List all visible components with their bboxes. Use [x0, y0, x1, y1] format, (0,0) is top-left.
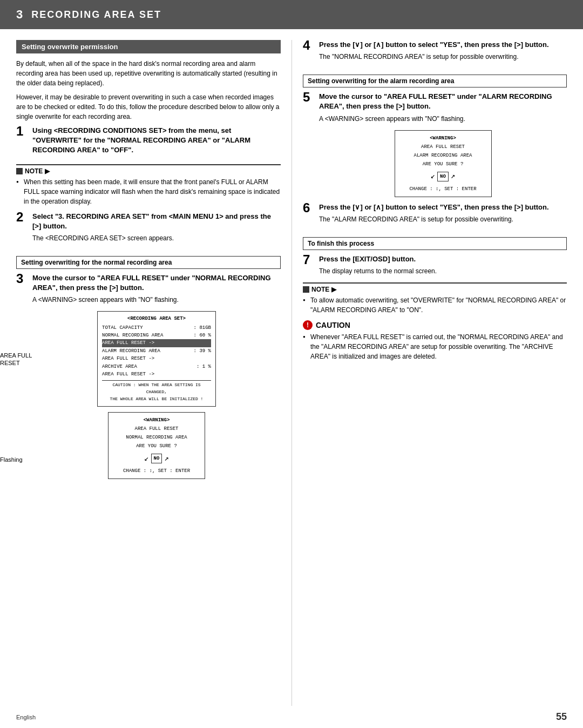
- warning-title: <WARNING>: [113, 416, 200, 424]
- step-7-body: The display returns to the normal screen…: [319, 266, 567, 276]
- note-square-icon: [16, 168, 23, 174]
- step-1-content: Using <RECORDING CONDITIONS SET> from th…: [32, 126, 281, 158]
- screen-title: <RECORDING AREA SET>: [102, 315, 211, 322]
- warning-normal-figure: Flashing <WARNING> AREA FULL RESET NORMA…: [32, 412, 281, 479]
- step-4-body: The "NORMAL RECORDING AREA" is setup for…: [319, 52, 567, 62]
- step-6: 6 Press the [∨] or [∧] button to select …: [303, 203, 567, 224]
- step-5-title: Move the cursor to "AREA FULL RESET" und…: [319, 92, 567, 111]
- recording-area-set-screen: <RECORDING AREA SET> TOTAL CAPACITY : 81…: [97, 311, 216, 407]
- step-6-number: 6: [303, 201, 319, 214]
- step-5-body: A <WARNING> screen appears with "NO" fla…: [319, 114, 567, 124]
- caution-label: ! CAUTION: [303, 320, 567, 330]
- screen-row-area-full-reset-archive: AREA FULL RESET ->: [102, 370, 211, 378]
- intro-para-2: However, it may be desirable to prevent …: [16, 92, 281, 122]
- step-1-number: 1: [16, 125, 32, 138]
- normal-label: NORMAL RECORDING AREA: [102, 332, 163, 339]
- flashing-label: Flashing: [0, 456, 23, 463]
- chapter-number: 3: [16, 8, 23, 22]
- note-2-arrow-icon: ▶: [331, 286, 336, 293]
- warning-normal-screen: <WARNING> AREA FULL RESET NORMAL RECORDI…: [108, 412, 205, 479]
- step-1-title: Using <RECORDING CONDITIONS SET> from th…: [32, 126, 281, 156]
- step-7-title: Press the [EXIT/OSD] button.: [319, 254, 567, 264]
- screen-row-area-full-reset-normal: AREA FULL RESET ->: [102, 339, 211, 347]
- footer-page-number: 55: [556, 711, 567, 723]
- warning-alarm-line2: ALARM RECORDING AREA: [399, 151, 487, 160]
- step-4-content: Press the [∨] or [∧] button to select "Y…: [319, 40, 567, 62]
- step-2-body: The <RECORDING AREA SET> screen appears.: [32, 233, 281, 243]
- caution-circle-icon: !: [303, 320, 313, 330]
- step-4-number: 4: [303, 39, 319, 52]
- step-5-content: Move the cursor to "AREA FULL RESET" und…: [319, 92, 567, 123]
- sub-heading-normal: Setting overwriting for the normal recor…: [16, 256, 281, 269]
- step-1: 1 Using <RECORDING CONDITIONS SET> from …: [16, 126, 281, 158]
- warning-alarm-arrow-block: ↙ NO ↗: [399, 170, 487, 183]
- chapter-header: 3 RECORDING AREA SET: [0, 0, 583, 29]
- archive-label: ARCHIVE AREA: [102, 363, 137, 370]
- screen-row-alarm: ALARM RECORDING AREA : 39 %: [102, 347, 211, 355]
- caution-block: ! CAUTION Whenever "AREA FULL RESET" is …: [303, 320, 567, 361]
- step-3: 3 Move the cursor to "AREA FULL RESET" u…: [16, 273, 281, 305]
- screen-row-archive: ARCHIVE AREA : 1 %: [102, 363, 211, 370]
- sub-heading-alarm: Setting overwriting for the alarm record…: [303, 75, 567, 87]
- step-3-number: 3: [16, 272, 32, 285]
- warning-line3: ARE YOU SURE ?: [113, 442, 200, 450]
- step-2-content: Select "3. RECORDING AREA SET" from <MAI…: [32, 212, 281, 243]
- area-full-reset-archive-label: AREA FULL RESET ->: [102, 370, 154, 378]
- step-3-body: A <WARNING> screen appears with "NO" fla…: [32, 295, 281, 305]
- alarm-no-text: NO: [437, 172, 449, 181]
- alarm-arrow-up-icon: ↗: [451, 170, 455, 183]
- section-heading: Setting overwrite permission: [16, 40, 281, 53]
- note-1-label: NOTE ▶: [16, 167, 281, 175]
- screen-row-capacity: TOTAL CAPACITY : 81GB: [102, 324, 211, 332]
- capacity-label: TOTAL CAPACITY: [102, 324, 143, 332]
- step-6-body: The "ALARM RECORDING AREA" is setup for …: [319, 214, 567, 224]
- note-1-text: NOTE: [25, 167, 43, 175]
- note-2-label: NOTE ▶: [303, 286, 567, 293]
- right-column: 4 Press the [∨] or [∧] button to select …: [292, 40, 567, 706]
- step-6-title: Press the [∨] or [∧] button to select "Y…: [319, 203, 567, 212]
- step-4-title: Press the [∨] or [∧] button to select "Y…: [319, 40, 567, 50]
- step-2-title: Select "3. RECORDING AREA SET" from <MAI…: [32, 212, 281, 231]
- note-2-item: To allow automatic overwriting, set "OVE…: [303, 295, 567, 315]
- warning-alarm-title: <WARNING>: [399, 134, 487, 143]
- warning-alarm-footer: CHANGE : ↕, SET : ENTER: [399, 185, 487, 193]
- note-arrow-icon: ▶: [45, 167, 50, 175]
- arrow-down-icon: ↙: [144, 452, 148, 466]
- page-footer: English 55: [0, 706, 583, 728]
- alarm-label: ALARM RECORDING AREA: [102, 347, 160, 355]
- warning-alarm-screen: <WARNING> AREA FULL RESET ALARM RECORDIN…: [395, 130, 492, 197]
- step-4: 4 Press the [∨] or [∧] button to select …: [303, 40, 567, 62]
- alarm-value: : 39 %: [194, 347, 211, 355]
- step-2-number: 2: [16, 211, 32, 224]
- warning-line1: AREA FULL RESET: [113, 424, 200, 433]
- alarm-arrow-down-icon: ↙: [431, 170, 435, 183]
- archive-value: : 1 %: [196, 363, 211, 370]
- step-7: 7 Press the [EXIT/OSD] button. The displ…: [303, 254, 567, 276]
- chapter-title: RECORDING AREA SET: [31, 9, 161, 21]
- intro-para-1: By default, when all of the space in the…: [16, 59, 281, 88]
- step-5-number: 5: [303, 91, 319, 104]
- step-3-content: Move the cursor to "AREA FULL RESET" und…: [32, 273, 281, 305]
- note-1-item: When this setting has been made, it will…: [16, 177, 281, 206]
- step-5: 5 Move the cursor to "AREA FULL RESET" u…: [303, 92, 567, 123]
- capacity-value: : 81GB: [194, 324, 211, 332]
- screen-caution: CAUTION : WHEN THE AREA SETTING IS CHANG…: [102, 380, 211, 402]
- left-column: Setting overwrite permission By default,…: [16, 40, 292, 706]
- arrow-up-icon: ↗: [164, 452, 168, 466]
- recording-area-set-figure: AREA FULLRESET <RECORDING AREA SET> TOTA…: [32, 311, 281, 407]
- warning-line2: NORMAL RECORDING AREA: [113, 433, 200, 442]
- area-full-reset-label: AREA FULLRESET: [0, 351, 32, 367]
- caution-text: CAUTION: [316, 321, 350, 329]
- warning-footer: CHANGE : ↕, SET : ENTER: [113, 467, 200, 475]
- step-6-content: Press the [∨] or [∧] button to select "Y…: [319, 203, 567, 224]
- finish-box: To finish this process: [303, 237, 567, 250]
- warning-alarm-line3: ARE YOU SURE ?: [399, 160, 487, 168]
- screen-row-normal: NORMAL RECORDING AREA : 60 %: [102, 332, 211, 339]
- no-text: NO: [151, 454, 162, 463]
- warning-arrow-block: ↙ NO ↗: [113, 452, 200, 466]
- normal-value: : 60 %: [194, 332, 211, 339]
- area-full-reset-normal-label: AREA FULL RESET ->: [102, 339, 154, 347]
- step-7-content: Press the [EXIT/OSD] button. The display…: [319, 254, 567, 276]
- caution-item: Whenever "AREA FULL RESET" is carried ou…: [303, 332, 567, 361]
- content-area: Setting overwrite permission By default,…: [0, 40, 583, 706]
